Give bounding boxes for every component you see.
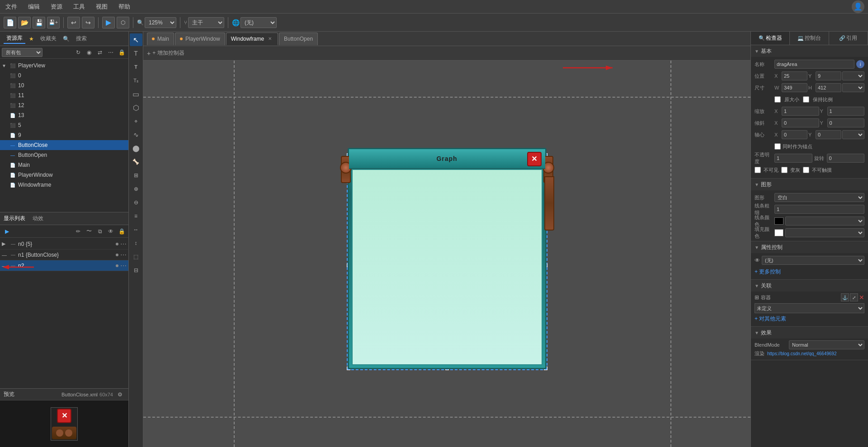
rel-anchor-btn[interactable]: ⚓ — [841, 293, 849, 301]
wave-btn[interactable]: 〜 — [84, 227, 94, 236]
package-filter[interactable]: 所有包 — [2, 48, 42, 57]
line-color-picker[interactable] — [774, 217, 783, 225]
pivot-y-input[interactable] — [816, 130, 841, 139]
layer-row-n1[interactable]: — — n1 {ButtonClose} ⋯ — [0, 249, 128, 260]
add-controller-btn[interactable]: + + 增加控制器 — [147, 49, 184, 57]
shape-type-select[interactable]: 空白 — [774, 193, 864, 202]
link-icon[interactable]: ⇄ — [95, 48, 105, 57]
edit-layer-btn[interactable]: ✏ — [73, 227, 83, 236]
redo-button[interactable]: ↪ — [82, 17, 94, 28]
console-tab[interactable]: 💻 控制台 — [790, 32, 829, 45]
preview-settings-btn[interactable]: ⚙ — [115, 390, 125, 399]
tree-item-5[interactable]: ⬛ 5 — [0, 120, 128, 130]
tree-item-windowframe[interactable]: 📄 Windowframe — [0, 180, 128, 190]
layer-menu-n2[interactable]: ⋯ — [120, 262, 127, 269]
align-tool[interactable]: ≡ — [130, 210, 142, 222]
tree-item-main[interactable]: 📄 Main — [0, 160, 128, 170]
name-input[interactable] — [774, 60, 854, 69]
blend-mode-select[interactable]: Normal — [789, 340, 864, 349]
layer-menu-n1[interactable]: ⋯ — [120, 251, 127, 259]
reference-tab[interactable]: 🔗 引用 — [829, 32, 868, 45]
line-color-select[interactable] — [785, 216, 864, 226]
rotation-input[interactable] — [827, 154, 865, 163]
tree-item-9[interactable]: 📄 9 — [0, 130, 128, 140]
menu-view[interactable]: 视图 — [94, 2, 109, 12]
undo-button[interactable]: ↩ — [67, 17, 80, 28]
branch-select[interactable]: 主干 — [188, 17, 224, 28]
grid-tool[interactable]: ⊞ — [130, 169, 142, 182]
group-tool[interactable]: ⊕ — [130, 183, 142, 195]
line-width-input[interactable] — [774, 205, 864, 214]
menu-file[interactable]: 文件 — [4, 2, 19, 12]
text-tool[interactable]: T — [130, 61, 142, 73]
skew-x-input[interactable] — [782, 118, 819, 127]
no-touch-checkbox[interactable] — [803, 167, 809, 173]
flip-h-tool[interactable]: ↔ — [130, 223, 142, 236]
basic-section-header[interactable]: ▼ 基本 — [751, 45, 868, 57]
visible-layer-btn[interactable]: 👁 — [106, 227, 116, 236]
user-icon[interactable]: 👤 — [852, 0, 864, 13]
canvas-viewport[interactable]: Graph ✕ — [143, 61, 750, 447]
size-h-input[interactable] — [816, 83, 841, 92]
tab-main[interactable]: Main — [147, 33, 174, 45]
wf-close-button[interactable]: ✕ — [527, 152, 542, 166]
new-button[interactable]: 📄 — [4, 17, 16, 28]
tree-item-0[interactable]: ⬛ 0 — [0, 71, 128, 80]
tree-item-11[interactable]: ⬛ 11 — [0, 90, 128, 100]
tab-playerwindow[interactable]: PlayerWindow — [175, 33, 225, 45]
anchor-checkbox[interactable] — [774, 143, 781, 150]
pos-type-select[interactable] — [842, 71, 864, 80]
attr-value-select[interactable]: (无) — [762, 256, 864, 265]
text2-tool[interactable]: T₂ — [130, 74, 142, 87]
save-button[interactable]: 💾 — [33, 17, 45, 28]
curve-tool[interactable]: ∿ — [130, 128, 142, 141]
menu-tools[interactable]: 工具 — [71, 2, 87, 12]
original-size-checkbox[interactable] — [774, 96, 781, 103]
attr-section-header[interactable]: ▼ 属性控制 — [751, 241, 868, 253]
tab-close-windowframe[interactable]: ✕ — [267, 36, 273, 42]
tree-item-13[interactable]: 📄 13 — [0, 110, 128, 120]
cursor-tool[interactable]: ↖ — [130, 33, 142, 46]
zoom-select[interactable]: 125% 100% 75% — [145, 17, 176, 28]
tree-item-playerwindow[interactable]: 📄 PlayerWindow — [0, 170, 128, 180]
assets-library-tab[interactable]: 资源库 — [4, 33, 25, 44]
other-elements-btn[interactable]: + 对其他元素 — [755, 315, 786, 323]
copy-layer-btn[interactable]: ⧉ — [95, 227, 105, 236]
distribute-tool[interactable]: ⊟ — [130, 264, 142, 277]
gray-checkbox[interactable] — [781, 167, 788, 173]
poly-tool[interactable]: ⬡ — [130, 101, 142, 114]
opacity-input[interactable] — [774, 154, 812, 163]
inspector-tab[interactable]: 🔍 检查器 — [751, 32, 790, 45]
layer-row-n0[interactable]: ▶ — n0 {5} ⋯ — [0, 239, 128, 249]
pivot-x-input[interactable] — [782, 130, 807, 139]
name-info-btn[interactable]: i — [856, 60, 864, 68]
ungroup-tool[interactable]: ⊖ — [130, 196, 142, 209]
circle-tool[interactable]: ⬤ — [130, 142, 142, 155]
pivot-type-select[interactable] — [842, 130, 864, 139]
fill-color-select[interactable] — [785, 228, 864, 237]
tree-item-playerview[interactable]: ▼ ⬛ PlayerView — [0, 61, 128, 71]
layer-menu-n0[interactable]: ⋯ — [120, 240, 127, 248]
flip-v-tool[interactable]: ↕ — [130, 237, 142, 249]
relation-section-header[interactable]: ▼ 关联 — [751, 280, 868, 292]
rel-close-btn[interactable]: ✕ — [859, 294, 864, 301]
node-edit-tool[interactable]: ⋄ — [130, 115, 142, 127]
language-select[interactable]: (无) — [241, 17, 277, 28]
show-icon[interactable]: ◉ — [84, 48, 94, 57]
pos-x-input[interactable] — [782, 71, 807, 80]
lock-icon[interactable]: 🔒 — [117, 48, 127, 57]
scale-y-input[interactable] — [827, 107, 865, 116]
invisible-checkbox[interactable] — [755, 167, 761, 173]
more-icon[interactable]: ⋯ — [106, 48, 116, 57]
arrange-tool[interactable]: ⬚ — [130, 250, 142, 263]
tab-buttonopen[interactable]: ButtonOpen — [279, 33, 318, 45]
build-button[interactable]: ▶ — [102, 17, 115, 28]
skew-y-input[interactable] — [827, 118, 865, 127]
tree-item-buttonclose[interactable]: — ButtonClose — [0, 140, 128, 150]
container-select[interactable]: 未定义 — [755, 303, 864, 313]
layer-row-n2[interactable]: — — n2 ⋯ — [0, 260, 128, 271]
hand-tool[interactable]: T — [130, 47, 142, 60]
test-button[interactable]: ⬡ — [117, 17, 129, 28]
refresh-btn[interactable]: ↻ — [73, 48, 83, 57]
rect-tool[interactable]: ▭ — [130, 88, 142, 100]
